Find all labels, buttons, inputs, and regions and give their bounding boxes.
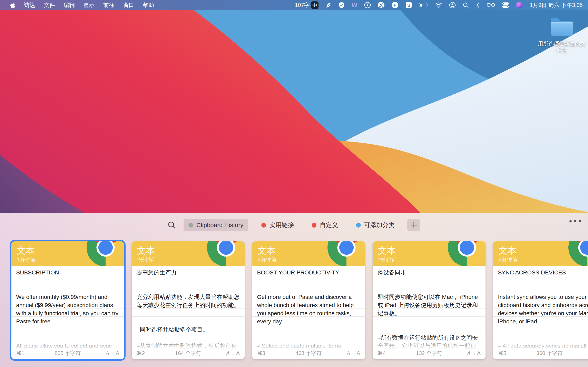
clipboard-card-2[interactable]: 文本 2分钟前 提高您的生产力 充分利用粘贴功能，发现大量旨在帮助您每天减少花在… [132, 242, 245, 359]
clipboard-card-3[interactable]: 文本 2分钟前 BOOST YOUR PRODUCTIVITY Get more… [252, 242, 365, 359]
status-items: 107字 中 W P S [295, 1, 588, 9]
card-footer: ⌘1 805 个字符 A→A [11, 349, 124, 357]
paste-as-plain-text-icon[interactable]: A→A [347, 350, 360, 356]
menubar-item-窗口[interactable]: 窗口 [123, 1, 134, 9]
category-tab-实用链接[interactable]: 实用链接 [256, 219, 299, 231]
card-footer: ⌘2 164 个字符 A→A [132, 349, 245, 357]
card-header: 文本 2分钟前 [252, 242, 365, 266]
category-tabs: Clipboard History 实用链接 自定义 可添加分类 [183, 219, 399, 231]
card-header: 文本 2分钟前 [132, 242, 245, 266]
category-tab-label: Clipboard History [196, 222, 243, 229]
add-category-button[interactable] [407, 219, 420, 231]
category-tab-label: 可添加分类 [364, 221, 395, 229]
card-header: 文本 2分钟前 [373, 242, 485, 266]
battery-icon[interactable] [419, 3, 428, 7]
card-body: 提高您的生产力 充分利用粘贴功能，发现大量旨在帮助您每天减少花在例行任务上的时间… [132, 266, 245, 359]
svg-text:S: S [407, 3, 410, 8]
category-dot-icon [356, 223, 361, 227]
wifi-icon[interactable] [435, 2, 442, 8]
card-timestamp: 2分钟前 [499, 256, 517, 263]
desktop-folder[interactable]: 用所选项目新建的文件夹 [536, 16, 587, 53]
chrome-icon [568, 242, 588, 266]
card-type-label: 文本 [17, 245, 35, 257]
category-tab-Clipboard History[interactable]: Clipboard History [183, 219, 248, 231]
paste-p-circle-icon[interactable]: P [392, 2, 398, 8]
shield-check-icon[interactable] [338, 2, 345, 8]
category-tab-可添加分类[interactable]: 可添加分类 [351, 219, 399, 231]
clipboard-card-1[interactable]: 文本 1分钟前 SUBSCRIPTION We offer monthly ($… [11, 242, 124, 359]
card-type-label: 文本 [378, 245, 396, 257]
menubar-item-前往[interactable]: 前往 [103, 1, 114, 9]
glasses-icon[interactable] [487, 2, 495, 8]
chrome-icon [207, 242, 245, 266]
category-tab-自定义[interactable]: 自定义 [307, 219, 343, 231]
scissors-circle-icon[interactable] [378, 2, 385, 8]
desktop-screen: 访达 文件 编辑 显示 前往 窗口 帮助 107字 中 W P [0, 0, 588, 367]
more-options-button[interactable] [570, 220, 581, 222]
paste-toolbar: Clipboard History 实用链接 自定义 可添加分类 [0, 218, 588, 232]
spotlight-search-icon[interactable] [463, 2, 469, 8]
clipboard-card-5[interactable]: 文本 2分钟前 SYNC ACROSS DEVICES Instant sync… [493, 242, 588, 359]
paste-panel: Clipboard History 实用链接 自定义 可添加分类 文本 1分钟前 [0, 213, 588, 367]
card-char-count: 360 个字符 [493, 350, 588, 357]
card-body: BOOST YOUR PRODUCTIVITY Get more out of … [252, 266, 365, 359]
menu-items: 访达 文件 编辑 显示 前往 窗口 帮助 [24, 1, 154, 9]
card-header: 文本 2分钟前 [493, 242, 588, 266]
user-account-icon[interactable] [449, 2, 456, 8]
category-dot-icon [189, 223, 193, 227]
menubar-item-文件[interactable]: 文件 [44, 1, 55, 9]
card-footer: ⌘4 132 个字符 A→A [373, 349, 485, 357]
card-body: SYNC ACROSS DEVICES Instant sync allows … [493, 266, 588, 359]
folder-icon [549, 16, 574, 37]
card-header: 文本 1分钟前 [11, 242, 124, 266]
menubar-item-编辑[interactable]: 编辑 [64, 1, 75, 9]
category-dot-icon [261, 223, 266, 227]
clipboard-cards-row: 文本 1分钟前 SUBSCRIPTION We offer monthly ($… [11, 242, 588, 359]
chrome-icon [448, 242, 485, 266]
folder-label: 用所选项目新建的文件夹 [536, 40, 587, 53]
paste-as-plain-text-icon[interactable]: A→A [467, 350, 481, 356]
card-footer: ⌘5 360 个字符 A→A [493, 349, 588, 357]
siri-icon[interactable] [516, 2, 523, 8]
menu-bar: 访达 文件 编辑 显示 前往 窗口 帮助 107字 中 W P [0, 0, 588, 10]
s-square-icon[interactable]: S [406, 2, 412, 8]
play-circle-icon[interactable] [364, 2, 371, 8]
card-timestamp: 2分钟前 [258, 256, 277, 263]
chevron-left-icon[interactable] [476, 2, 480, 8]
menubar-item-显示[interactable]: 显示 [84, 1, 95, 9]
card-footer: ⌘3 468 个字符 A→A [252, 349, 365, 357]
chrome-icon [86, 242, 124, 266]
search-icon[interactable] [168, 221, 176, 229]
chrome-icon [328, 242, 365, 266]
card-type-label: 文本 [258, 245, 276, 257]
category-dot-icon [312, 223, 316, 227]
category-tab-label: 自定义 [320, 221, 338, 229]
card-type-label: 文本 [137, 245, 155, 257]
card-timestamp: 2分钟前 [137, 256, 156, 263]
apple-menu-icon[interactable] [10, 2, 16, 8]
control-center-icon[interactable] [502, 2, 509, 8]
word-count-text: 107字 [295, 1, 310, 9]
card-body: 跨设备同步 即时同步功能使您可以在 Mac， iPhone 或 iPad 上跨设… [373, 266, 485, 359]
category-tab-label: 实用链接 [269, 221, 294, 229]
feather-icon[interactable] [325, 2, 332, 8]
paste-as-plain-text-icon[interactable]: A→A [226, 350, 240, 356]
card-timestamp: 1分钟前 [17, 256, 35, 263]
card-timestamp: 2分钟前 [378, 256, 397, 263]
menubar-clock[interactable]: 1月9日 周六 下午3:05 [530, 1, 583, 9]
paste-as-plain-text-icon[interactable]: A→A [106, 350, 119, 356]
w-letter-icon[interactable]: W [352, 2, 357, 8]
card-body: SUBSCRIPTION We offer monthly ($0.99/mon… [11, 266, 124, 359]
svg-text:P: P [394, 3, 397, 7]
card-type-label: 文本 [498, 245, 516, 257]
menubar-item-帮助[interactable]: 帮助 [143, 1, 154, 9]
menubar-item-访达[interactable]: 访达 [24, 1, 35, 9]
clipboard-card-4[interactable]: 文本 2分钟前 跨设备同步 即时同步功能使您可以在 Mac， iPhone 或 … [373, 242, 485, 359]
input-method-badge[interactable]: 中 [311, 1, 319, 9]
